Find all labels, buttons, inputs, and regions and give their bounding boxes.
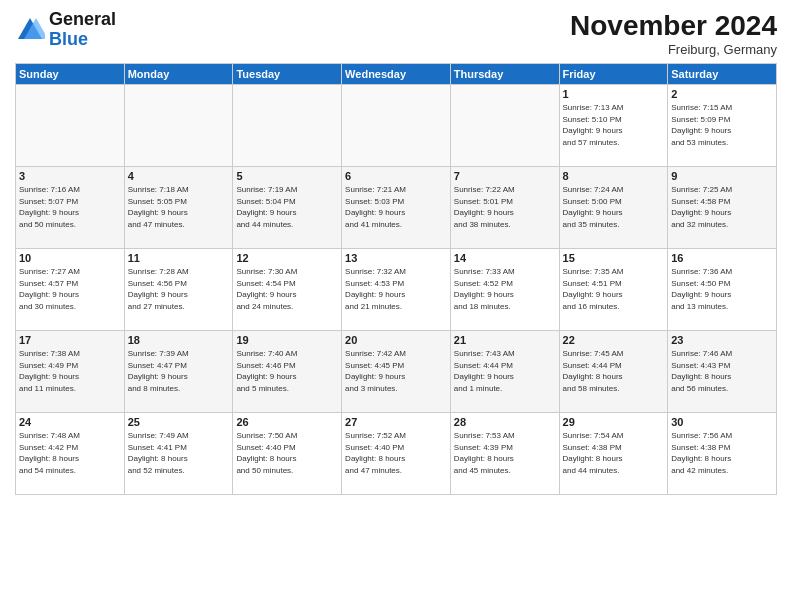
- calendar-cell: 16Sunrise: 7:36 AM Sunset: 4:50 PM Dayli…: [668, 249, 777, 331]
- calendar-cell: 9Sunrise: 7:25 AM Sunset: 4:58 PM Daylig…: [668, 167, 777, 249]
- day-info: Sunrise: 7:36 AM Sunset: 4:50 PM Dayligh…: [671, 266, 773, 312]
- day-number: 17: [19, 334, 121, 346]
- day-info: Sunrise: 7:49 AM Sunset: 4:41 PM Dayligh…: [128, 430, 230, 476]
- calendar-cell: 14Sunrise: 7:33 AM Sunset: 4:52 PM Dayli…: [450, 249, 559, 331]
- calendar-cell: 7Sunrise: 7:22 AM Sunset: 5:01 PM Daylig…: [450, 167, 559, 249]
- calendar-cell: 21Sunrise: 7:43 AM Sunset: 4:44 PM Dayli…: [450, 331, 559, 413]
- calendar-cell: 10Sunrise: 7:27 AM Sunset: 4:57 PM Dayli…: [16, 249, 125, 331]
- day-number: 16: [671, 252, 773, 264]
- calendar-cell: 13Sunrise: 7:32 AM Sunset: 4:53 PM Dayli…: [342, 249, 451, 331]
- day-number: 29: [563, 416, 665, 428]
- day-number: 21: [454, 334, 556, 346]
- calendar-cell: 19Sunrise: 7:40 AM Sunset: 4:46 PM Dayli…: [233, 331, 342, 413]
- col-monday: Monday: [124, 64, 233, 85]
- calendar-table: Sunday Monday Tuesday Wednesday Thursday…: [15, 63, 777, 495]
- day-info: Sunrise: 7:13 AM Sunset: 5:10 PM Dayligh…: [563, 102, 665, 148]
- calendar-cell: 2Sunrise: 7:15 AM Sunset: 5:09 PM Daylig…: [668, 85, 777, 167]
- day-number: 11: [128, 252, 230, 264]
- day-info: Sunrise: 7:48 AM Sunset: 4:42 PM Dayligh…: [19, 430, 121, 476]
- calendar-cell: 22Sunrise: 7:45 AM Sunset: 4:44 PM Dayli…: [559, 331, 668, 413]
- calendar-cell: [124, 85, 233, 167]
- calendar-cell: 6Sunrise: 7:21 AM Sunset: 5:03 PM Daylig…: [342, 167, 451, 249]
- day-info: Sunrise: 7:15 AM Sunset: 5:09 PM Dayligh…: [671, 102, 773, 148]
- day-number: 1: [563, 88, 665, 100]
- day-number: 9: [671, 170, 773, 182]
- logo-icon: [15, 15, 45, 45]
- page: General Blue November 2024 Freiburg, Ger…: [0, 0, 792, 612]
- calendar-cell: 1Sunrise: 7:13 AM Sunset: 5:10 PM Daylig…: [559, 85, 668, 167]
- calendar-cell: [16, 85, 125, 167]
- calendar-cell: 11Sunrise: 7:28 AM Sunset: 4:56 PM Dayli…: [124, 249, 233, 331]
- calendar-cell: 20Sunrise: 7:42 AM Sunset: 4:45 PM Dayli…: [342, 331, 451, 413]
- day-info: Sunrise: 7:43 AM Sunset: 4:44 PM Dayligh…: [454, 348, 556, 394]
- day-info: Sunrise: 7:35 AM Sunset: 4:51 PM Dayligh…: [563, 266, 665, 312]
- day-info: Sunrise: 7:27 AM Sunset: 4:57 PM Dayligh…: [19, 266, 121, 312]
- day-info: Sunrise: 7:40 AM Sunset: 4:46 PM Dayligh…: [236, 348, 338, 394]
- col-wednesday: Wednesday: [342, 64, 451, 85]
- day-info: Sunrise: 7:42 AM Sunset: 4:45 PM Dayligh…: [345, 348, 447, 394]
- calendar-cell: 4Sunrise: 7:18 AM Sunset: 5:05 PM Daylig…: [124, 167, 233, 249]
- day-number: 7: [454, 170, 556, 182]
- day-info: Sunrise: 7:28 AM Sunset: 4:56 PM Dayligh…: [128, 266, 230, 312]
- day-info: Sunrise: 7:50 AM Sunset: 4:40 PM Dayligh…: [236, 430, 338, 476]
- day-number: 24: [19, 416, 121, 428]
- calendar-week-5: 24Sunrise: 7:48 AM Sunset: 4:42 PM Dayli…: [16, 413, 777, 495]
- day-info: Sunrise: 7:32 AM Sunset: 4:53 PM Dayligh…: [345, 266, 447, 312]
- day-info: Sunrise: 7:52 AM Sunset: 4:40 PM Dayligh…: [345, 430, 447, 476]
- day-info: Sunrise: 7:46 AM Sunset: 4:43 PM Dayligh…: [671, 348, 773, 394]
- calendar-week-1: 1Sunrise: 7:13 AM Sunset: 5:10 PM Daylig…: [16, 85, 777, 167]
- calendar-week-4: 17Sunrise: 7:38 AM Sunset: 4:49 PM Dayli…: [16, 331, 777, 413]
- calendar-cell: 23Sunrise: 7:46 AM Sunset: 4:43 PM Dayli…: [668, 331, 777, 413]
- day-number: 27: [345, 416, 447, 428]
- header-row: Sunday Monday Tuesday Wednesday Thursday…: [16, 64, 777, 85]
- day-number: 30: [671, 416, 773, 428]
- day-number: 3: [19, 170, 121, 182]
- calendar-cell: 26Sunrise: 7:50 AM Sunset: 4:40 PM Dayli…: [233, 413, 342, 495]
- day-number: 19: [236, 334, 338, 346]
- day-number: 14: [454, 252, 556, 264]
- day-number: 12: [236, 252, 338, 264]
- day-number: 6: [345, 170, 447, 182]
- header: General Blue November 2024 Freiburg, Ger…: [15, 10, 777, 57]
- day-info: Sunrise: 7:53 AM Sunset: 4:39 PM Dayligh…: [454, 430, 556, 476]
- day-number: 25: [128, 416, 230, 428]
- day-number: 13: [345, 252, 447, 264]
- day-number: 28: [454, 416, 556, 428]
- location-subtitle: Freiburg, Germany: [570, 42, 777, 57]
- calendar-cell: 30Sunrise: 7:56 AM Sunset: 4:38 PM Dayli…: [668, 413, 777, 495]
- day-number: 15: [563, 252, 665, 264]
- calendar-cell: 8Sunrise: 7:24 AM Sunset: 5:00 PM Daylig…: [559, 167, 668, 249]
- col-saturday: Saturday: [668, 64, 777, 85]
- day-info: Sunrise: 7:22 AM Sunset: 5:01 PM Dayligh…: [454, 184, 556, 230]
- calendar-cell: 5Sunrise: 7:19 AM Sunset: 5:04 PM Daylig…: [233, 167, 342, 249]
- col-friday: Friday: [559, 64, 668, 85]
- calendar-cell: [342, 85, 451, 167]
- calendar-cell: 3Sunrise: 7:16 AM Sunset: 5:07 PM Daylig…: [16, 167, 125, 249]
- calendar-cell: 29Sunrise: 7:54 AM Sunset: 4:38 PM Dayli…: [559, 413, 668, 495]
- calendar-cell: 15Sunrise: 7:35 AM Sunset: 4:51 PM Dayli…: [559, 249, 668, 331]
- calendar-cell: 12Sunrise: 7:30 AM Sunset: 4:54 PM Dayli…: [233, 249, 342, 331]
- day-info: Sunrise: 7:33 AM Sunset: 4:52 PM Dayligh…: [454, 266, 556, 312]
- col-thursday: Thursday: [450, 64, 559, 85]
- day-info: Sunrise: 7:25 AM Sunset: 4:58 PM Dayligh…: [671, 184, 773, 230]
- day-number: 20: [345, 334, 447, 346]
- calendar-cell: [233, 85, 342, 167]
- day-number: 5: [236, 170, 338, 182]
- day-info: Sunrise: 7:30 AM Sunset: 4:54 PM Dayligh…: [236, 266, 338, 312]
- logo-text: General Blue: [49, 10, 116, 50]
- day-info: Sunrise: 7:56 AM Sunset: 4:38 PM Dayligh…: [671, 430, 773, 476]
- calendar-cell: 24Sunrise: 7:48 AM Sunset: 4:42 PM Dayli…: [16, 413, 125, 495]
- day-info: Sunrise: 7:21 AM Sunset: 5:03 PM Dayligh…: [345, 184, 447, 230]
- day-number: 8: [563, 170, 665, 182]
- day-number: 23: [671, 334, 773, 346]
- day-number: 10: [19, 252, 121, 264]
- calendar-cell: 18Sunrise: 7:39 AM Sunset: 4:47 PM Dayli…: [124, 331, 233, 413]
- col-tuesday: Tuesday: [233, 64, 342, 85]
- day-number: 22: [563, 334, 665, 346]
- day-info: Sunrise: 7:19 AM Sunset: 5:04 PM Dayligh…: [236, 184, 338, 230]
- col-sunday: Sunday: [16, 64, 125, 85]
- logo: General Blue: [15, 10, 116, 50]
- calendar-week-2: 3Sunrise: 7:16 AM Sunset: 5:07 PM Daylig…: [16, 167, 777, 249]
- day-info: Sunrise: 7:45 AM Sunset: 4:44 PM Dayligh…: [563, 348, 665, 394]
- calendar-week-3: 10Sunrise: 7:27 AM Sunset: 4:57 PM Dayli…: [16, 249, 777, 331]
